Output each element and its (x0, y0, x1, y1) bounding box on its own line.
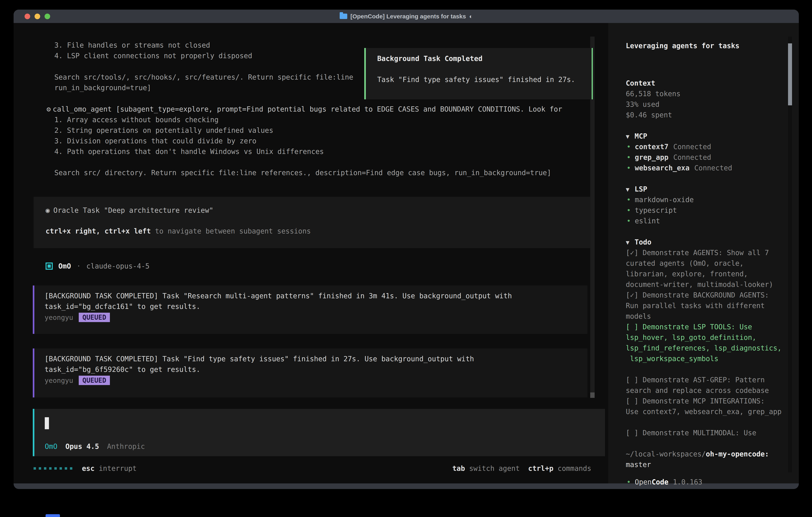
task-message-line1: [BACKGROUND TASK COMPLETED] Task "Resear… (45, 292, 512, 300)
background-task-notification: Background Task Completed Task "Find typ… (364, 48, 593, 99)
context-used: 33% used (626, 99, 660, 110)
app-version: 1.0.163 (673, 478, 702, 486)
gear-icon: ⚙ (47, 105, 51, 113)
separator-dot: · (77, 262, 81, 270)
mcp-status: Connected (694, 164, 732, 172)
mcp-heading: MCP (635, 132, 647, 140)
lsp-section-header[interactable]: ▼LSP (626, 184, 647, 195)
window-title: [OpenCode] Leveraging agents for tasks (350, 13, 466, 20)
context-heading: Context (626, 78, 655, 88)
lsp-name: eslint (635, 217, 660, 225)
lsp-item: •markdown-oxide (627, 194, 694, 205)
activity-dot (54, 467, 57, 470)
oracle-hint-text: to navigate between subagent sessions (151, 227, 311, 235)
activity-status-icon: ◐ (469, 13, 473, 20)
todo-line: search and replace across codebase (626, 385, 769, 396)
todo-line: models (626, 311, 651, 322)
collapse-triangle-icon: ▼ (626, 186, 629, 193)
oracle-hint-keys: ctrl+x right, ctrl+x left (46, 227, 151, 235)
tool-call-line: ⚙call_omo_agent [subagent_type=explore, … (47, 104, 562, 114)
session-title: Leveraging agents for tasks (626, 40, 740, 51)
tab-action: switch agent (469, 464, 520, 472)
oracle-task-title-row: ◉ Oracle Task "Deep architecture review" (46, 206, 213, 214)
todo-line-active: lsp_find_references, lsp_diagnostics, (626, 343, 782, 353)
task-message-line2: task_id="bg_dcfac161" to get results. (45, 302, 200, 310)
todo-section-header[interactable]: ▼Todo (626, 237, 651, 248)
background-task-message-1: [BACKGROUND TASK COMPLETED] Task "Resear… (33, 285, 587, 334)
input-model-label[interactable]: Opus 4.5 (65, 442, 99, 451)
terminal-line: 2. String operations on potentially unde… (54, 125, 273, 136)
terminal-line: Search src/tools/, src/hooks/, src/featu… (54, 72, 353, 83)
status-dot-icon: • (627, 478, 631, 486)
terminal-line: run_in_background=true] (54, 83, 151, 93)
collapse-triangle-icon: ▼ (626, 133, 629, 140)
workspace-path: ~/local-workspaces/oh-my-opencode: (626, 449, 769, 459)
mcp-name: context7 (635, 143, 669, 151)
agent-name: OmO (58, 262, 71, 270)
activity-dot (70, 467, 72, 470)
close-window-button[interactable] (25, 13, 30, 19)
minimize-window-button[interactable] (35, 13, 40, 19)
agent-model: claude-opus-4-5 (86, 262, 149, 270)
workspace-repo: oh-my-opencode: (706, 450, 769, 458)
agent-header-row: OmO · claude-opus-4-5 (46, 262, 149, 270)
status-dot-icon: • (627, 217, 631, 225)
context-spent: $0.46 spent (626, 110, 672, 120)
todo-line-active: lsp_workspace_symbols (626, 353, 719, 364)
titlebar: [OpenCode] Leveraging agents for tasks ◐ (13, 9, 799, 23)
sidebar-scrollbar-thumb[interactable] (788, 44, 792, 105)
todo-line: [ ] Demonstrate MCP INTEGRATIONS: (626, 396, 765, 406)
todo-line: librarian, explore, frontend, (626, 269, 748, 279)
session-sidebar: Leveraging agents for tasks Context 66,5… (608, 23, 799, 483)
lsp-item: •eslint (627, 216, 660, 226)
app-name-regular: Open (635, 478, 651, 486)
lsp-heading: LSP (635, 185, 647, 193)
task-message-line1: [BACKGROUND TASK COMPLETED] Task "Find t… (45, 355, 474, 363)
queued-status-badge: QUEUED (79, 376, 110, 385)
main-scrollbar-thumb[interactable] (590, 392, 594, 398)
todo-line: Use context7, websearch_exa, grep_app (626, 406, 782, 417)
task-meta-row: yeongyu QUEUED (45, 376, 110, 385)
mcp-section-header[interactable]: ▼MCP (626, 131, 647, 142)
dock-app-indicator[interactable] (46, 514, 60, 517)
input-meta-row: OmO Opus 4.5 Anthropic (45, 442, 145, 451)
todo-line-active: [ ] Demonstrate LSP TOOLS: Use (626, 322, 752, 332)
esc-key-hint: esc (82, 464, 94, 472)
terminal-line: 3. File handles or streams not closed (54, 40, 210, 51)
todo-line: document-writer, multimodal-looker) (626, 279, 773, 290)
statusbar-right: tab switch agent ctrl+p commands (452, 464, 591, 472)
maximize-window-button[interactable] (45, 13, 50, 19)
oracle-task-title: Oracle Task "Deep architecture review" (53, 206, 213, 214)
status-dot-icon: • (627, 206, 631, 214)
terminal-line: Search src/ directory. Return specific f… (54, 167, 551, 178)
todo-line: [ ] Demonstrate MULTIMODAL: Use (626, 428, 756, 438)
activity-dot (60, 467, 62, 470)
activity-dot (49, 467, 52, 470)
mcp-item: •grep_appConnected (627, 152, 711, 163)
notification-body: Task "Find type safety issues" finished … (377, 76, 575, 84)
opencode-version-row: •OpenCode1.0.163 (627, 477, 702, 487)
prompt-input[interactable]: OmO Opus 4.5 Anthropic (33, 409, 605, 456)
status-dot-icon: • (627, 143, 631, 151)
status-dot-icon: • (627, 196, 631, 204)
folder-icon (340, 13, 347, 19)
terminal-pane[interactable]: 3. File handles or streams not closed 4.… (13, 23, 608, 483)
window-title-group: [OpenCode] Leveraging agents for tasks ◐ (340, 13, 473, 20)
workspace-branch: master (626, 459, 651, 470)
activity-dot (34, 467, 36, 470)
todo-line: curated agents (OmO, oracle, (626, 258, 744, 269)
tool-call-text: call_omo_agent [subagent_type=explore, p… (53, 105, 562, 113)
oracle-hint: ctrl+x right, ctrl+x left to navigate be… (46, 227, 311, 235)
activity-dot (65, 467, 67, 470)
activity-dot (39, 467, 41, 470)
mcp-name: grep_app (635, 153, 669, 161)
task-user: yeongyu (45, 314, 73, 322)
lsp-name: typescript (635, 206, 677, 214)
task-meta-row: yeongyu QUEUED (45, 313, 110, 322)
tab-key-hint: tab (452, 464, 465, 472)
queued-status-badge: QUEUED (79, 313, 110, 322)
esc-action: interrupt (99, 464, 137, 472)
activity-dot (44, 467, 46, 470)
mcp-name: websearch_exa (635, 164, 690, 172)
esc-action-label (94, 464, 99, 472)
